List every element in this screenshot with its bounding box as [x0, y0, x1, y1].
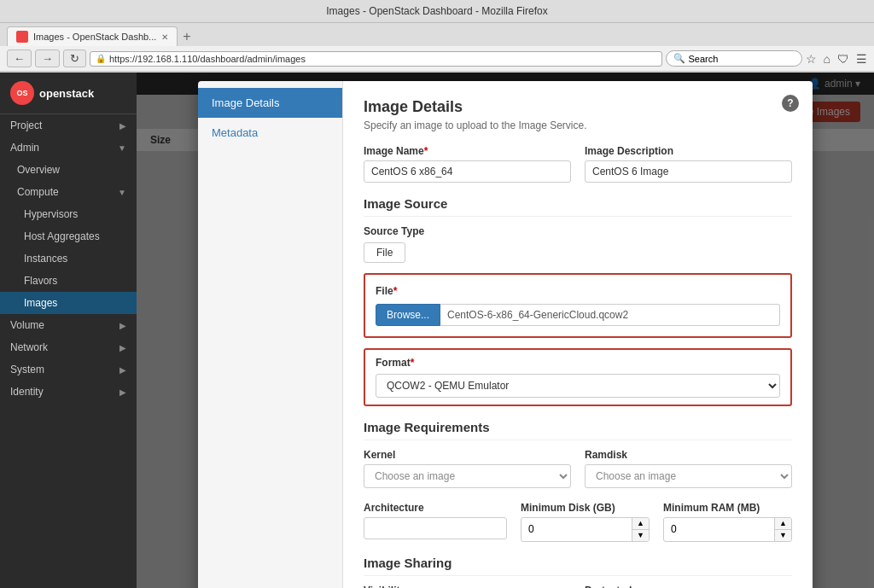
tab-label: Images - OpenStack Dashb... [33, 32, 156, 42]
arch-disk-ram-row: Architecture Minimum Disk (GB) ▲ ▼ [364, 502, 792, 542]
sidebar-item-host-aggregates-label: Host Aggregates [24, 230, 100, 242]
shield-icon[interactable]: 🛡 [837, 52, 849, 66]
chevron-right-icon: ▶ [119, 121, 126, 131]
min-ram-label: Minimum RAM (MB) [663, 502, 792, 514]
min-ram-decrement[interactable]: ▼ [775, 530, 791, 541]
home-icon[interactable]: ⌂ [824, 52, 830, 66]
modal-title: Image Details [364, 98, 792, 116]
chevron-right-icon-network: ▶ [119, 343, 126, 352]
sidebar-item-hypervisors-label: Hypervisors [24, 208, 78, 220]
ramdisk-select[interactable]: Choose an image [585, 464, 792, 488]
sidebar-item-compute[interactable]: Compute ▼ [0, 181, 137, 203]
ramdisk-label: Ramdisk [585, 449, 792, 461]
modal-inner: Image Details Metadata ? Image Details S… [198, 81, 813, 588]
sidebar-item-overview[interactable]: Overview [0, 159, 137, 181]
browser-tab[interactable]: Images - OpenStack Dashb... ✕ [7, 26, 178, 46]
visibility-label: Visibility [364, 585, 571, 588]
modal-overlay: Image Details Metadata ? Image Details S… [137, 73, 874, 588]
sidebar-item-network-label: Network [10, 341, 48, 353]
file-upload-section: File* Browse... [364, 273, 792, 338]
chevron-right-icon-volume: ▶ [119, 321, 126, 330]
title-bar: Images - OpenStack Dashboard - Mozilla F… [0, 0, 874, 23]
min-ram-input[interactable] [664, 519, 774, 539]
sidebar-item-flavors-label: Flavors [24, 275, 57, 287]
modal-nav-image-details[interactable]: Image Details [198, 88, 342, 118]
ssl-lock-icon: 🔒 [96, 54, 106, 63]
image-description-input[interactable] [585, 160, 792, 183]
back-button[interactable]: ← [7, 49, 32, 67]
browse-button[interactable]: Browse... [376, 304, 440, 326]
min-ram-increment[interactable]: ▲ [775, 518, 791, 530]
sidebar: OS openstack Project ▶ Admin ▼ Overview … [0, 73, 137, 588]
image-name-label: Image Name* [364, 145, 571, 157]
tab-close-icon[interactable]: ✕ [161, 32, 168, 42]
tab-bar: Images - OpenStack Dashb... ✕ + [0, 23, 874, 46]
min-disk-decrement[interactable]: ▼ [632, 530, 649, 541]
sidebar-item-compute-label: Compute [17, 186, 59, 198]
menu-icon[interactable]: ☰ [856, 52, 867, 66]
sidebar-item-system[interactable]: System ▶ [0, 358, 137, 381]
refresh-button[interactable]: ↻ [63, 49, 86, 67]
min-disk-input[interactable] [521, 519, 632, 539]
chevron-right-icon-system: ▶ [119, 365, 126, 375]
modal-nav-metadata[interactable]: Metadata [198, 118, 342, 148]
sidebar-item-volume[interactable]: Volume ▶ [0, 314, 137, 336]
visibility-protected-row: Visibility Public Private Protected Yes [364, 585, 792, 588]
address-text: https://192.168.1.110/dashboard/admin/im… [109, 54, 306, 64]
sidebar-item-volume-label: Volume [10, 319, 44, 331]
sidebar-item-project[interactable]: Project ▶ [0, 114, 137, 137]
source-type-file-button[interactable]: File [364, 242, 405, 263]
min-ram-spinner: ▲ ▼ [663, 517, 792, 542]
sidebar-item-hypervisors[interactable]: Hypervisors [0, 203, 137, 225]
modal-body: ? Image Details Specify an image to uplo… [343, 81, 813, 588]
image-description-group: Image Description [585, 145, 792, 183]
modal-nav-image-details-label: Image Details [212, 96, 279, 109]
file-label: File* [376, 285, 780, 297]
sidebar-item-overview-label: Overview [17, 164, 60, 176]
min-disk-spinner: ▲ ▼ [521, 517, 650, 542]
sidebar-item-host-aggregates[interactable]: Host Aggregates [0, 225, 137, 247]
kernel-select[interactable]: Choose an image [364, 464, 571, 488]
modal-subtitle: Specify an image to upload to the Image … [364, 119, 792, 131]
sidebar-item-images[interactable]: Images [0, 292, 137, 314]
min-disk-spinner-buttons: ▲ ▼ [632, 518, 649, 541]
protected-group: Protected Yes No [585, 585, 792, 588]
address-bar[interactable]: 🔒 https://192.168.1.110/dashboard/admin/… [90, 51, 662, 67]
sidebar-item-identity[interactable]: Identity ▶ [0, 381, 137, 403]
image-name-input[interactable] [364, 160, 571, 183]
search-placeholder: Search [689, 54, 719, 64]
format-select[interactable]: QCOW2 - QEMU Emulator RAW VHD VMDK ISO O… [376, 374, 780, 398]
architecture-input[interactable] [364, 517, 507, 539]
ramdisk-group: Ramdisk Choose an image [585, 449, 792, 488]
search-icon: 🔍 [673, 53, 685, 64]
sidebar-item-admin[interactable]: Admin ▼ [0, 137, 137, 159]
image-source-section-title: Image Source [364, 196, 792, 217]
brand-text: openstack [39, 87, 94, 100]
sidebar-item-flavors[interactable]: Flavors [0, 270, 137, 292]
visibility-group: Visibility Public Private [364, 585, 571, 588]
name-description-row: Image Name* Image Description [364, 145, 792, 183]
min-disk-increment[interactable]: ▲ [632, 518, 649, 530]
sidebar-item-admin-label: Admin [10, 142, 39, 154]
min-ram-group: Minimum RAM (MB) ▲ ▼ [663, 502, 792, 542]
sidebar-item-instances[interactable]: Instances [0, 247, 137, 270]
help-icon[interactable]: ? [782, 95, 799, 112]
format-required-asterisk: * [411, 357, 415, 369]
bookmark-icon[interactable]: ☆ [806, 52, 817, 66]
nav-bar: ← → ↻ 🔒 https://192.168.1.110/dashboard/… [0, 46, 874, 72]
file-name-input[interactable] [440, 304, 780, 326]
sidebar-item-network[interactable]: Network ▶ [0, 336, 137, 358]
sidebar-brand: OS openstack [0, 73, 137, 114]
kernel-group: Kernel Choose an image [364, 449, 571, 488]
browser-search-bar[interactable]: 🔍 Search [666, 50, 802, 67]
min-ram-spinner-buttons: ▲ ▼ [774, 518, 791, 541]
architecture-label: Architecture [364, 502, 507, 514]
new-tab-button[interactable]: + [178, 29, 195, 44]
modal-nav: Image Details Metadata [198, 81, 343, 588]
kernel-label: Kernel [364, 449, 571, 461]
forward-button[interactable]: → [35, 49, 60, 67]
image-name-group: Image Name* [364, 145, 571, 183]
kernel-ramdisk-row: Kernel Choose an image Ramdisk Choose an… [364, 449, 792, 488]
content-area: 👤 admin ▾ + Create Image Delete Images S… [137, 73, 874, 588]
min-disk-group: Minimum Disk (GB) ▲ ▼ [521, 502, 650, 542]
